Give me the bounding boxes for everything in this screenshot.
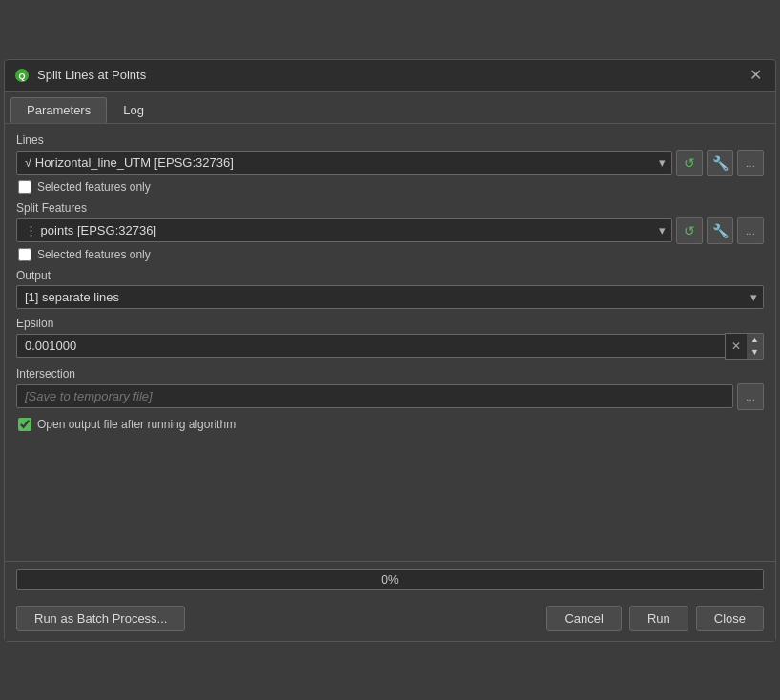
- tab-log[interactable]: Log: [107, 97, 160, 123]
- intersection-dots-button[interactable]: …: [737, 383, 764, 410]
- output-field-group: Output [1] separate lines: [16, 269, 764, 309]
- split-input-row: ⋮ points [EPSG:32736] ↺ 🔧 …: [16, 217, 764, 244]
- epsilon-spin-up-button[interactable]: ▲: [747, 334, 763, 346]
- batch-process-button[interactable]: Run as Batch Process...: [16, 606, 185, 631]
- spin-down-icon: ▼: [750, 348, 759, 357]
- lines-field-group: Lines √ Horizontal_line_UTM [EPSG:32736]…: [16, 134, 764, 194]
- action-buttons: Cancel Run Close: [546, 606, 764, 631]
- output-select[interactable]: [1] separate lines: [17, 286, 763, 308]
- intersection-input[interactable]: [16, 384, 733, 408]
- split-label: Split Features: [16, 201, 764, 215]
- bottom-bar: Run as Batch Process... Cancel Run Close: [5, 598, 775, 641]
- dialog-title: Split Lines at Points: [37, 68, 146, 82]
- split-selected-checkbox[interactable]: [18, 248, 31, 261]
- epsilon-field-group: Epsilon ✕ ▲ ▼: [16, 317, 764, 360]
- tabs-bar: Parameters Log: [5, 92, 775, 124]
- title-bar-left: Q Split Lines at Points: [14, 68, 146, 83]
- spin-up-icon: ▲: [750, 336, 759, 344]
- epsilon-label: Epsilon: [16, 317, 764, 330]
- title-bar: Q Split Lines at Points ✕: [5, 60, 775, 92]
- run-button[interactable]: Run: [629, 606, 688, 631]
- lines-select[interactable]: √ Horizontal_line_UTM [EPSG:32736]: [17, 152, 671, 174]
- lines-wrench-icon: 🔧: [712, 155, 729, 171]
- output-label: Output: [16, 269, 764, 282]
- epsilon-input[interactable]: [16, 334, 725, 358]
- lines-dots-button[interactable]: …: [737, 150, 764, 176]
- epsilon-input-row: ✕ ▲ ▼: [16, 333, 764, 360]
- output-combo[interactable]: [1] separate lines: [16, 285, 764, 309]
- lines-checkbox-row: Selected features only: [18, 180, 764, 194]
- split-refresh-icon: ↺: [684, 223, 695, 238]
- split-select[interactable]: ⋮ points [EPSG:32736]: [17, 219, 671, 241]
- open-output-checkbox-row: Open output file after running algorithm: [18, 418, 764, 431]
- split-selected-label: Selected features only: [37, 248, 151, 261]
- spacer: [16, 437, 764, 551]
- epsilon-spinner: ▲ ▼: [747, 333, 764, 360]
- intersection-input-row: …: [16, 383, 764, 410]
- split-combo[interactable]: ⋮ points [EPSG:32736]: [16, 218, 672, 242]
- split-dots-button[interactable]: …: [737, 217, 764, 244]
- split-checkbox-row: Selected features only: [18, 248, 764, 261]
- lines-refresh-icon: ↺: [684, 155, 695, 171]
- close-button[interactable]: Close: [696, 606, 764, 631]
- lines-label: Lines: [16, 134, 764, 147]
- split-wrench-icon: 🔧: [712, 223, 729, 238]
- open-output-label: Open output file after running algorithm: [37, 418, 236, 431]
- intersection-label: Intersection: [16, 367, 764, 381]
- intersection-dots-icon: …: [746, 391, 756, 402]
- epsilon-spin-down-button[interactable]: ▼: [747, 346, 763, 359]
- split-refresh-button[interactable]: ↺: [676, 217, 703, 244]
- qgis-logo-icon: Q: [14, 68, 30, 83]
- parameters-content: Lines √ Horizontal_line_UTM [EPSG:32736]…: [5, 124, 775, 561]
- intersection-field-group: Intersection …: [16, 367, 764, 410]
- epsilon-clear-button[interactable]: ✕: [725, 333, 747, 360]
- split-field-group: Split Features ⋮ points [EPSG:32736] ↺ 🔧…: [16, 201, 764, 261]
- lines-input-row: √ Horizontal_line_UTM [EPSG:32736] ↺ 🔧 …: [16, 150, 764, 176]
- window-close-button[interactable]: ✕: [746, 66, 766, 85]
- lines-combo[interactable]: √ Horizontal_line_UTM [EPSG:32736]: [16, 151, 672, 175]
- lines-selected-label: Selected features only: [37, 180, 151, 194]
- split-dots-icon: …: [746, 225, 756, 237]
- svg-text:Q: Q: [18, 72, 25, 81]
- open-output-checkbox[interactable]: [18, 418, 31, 431]
- split-wrench-button[interactable]: 🔧: [707, 217, 733, 244]
- tab-parameters[interactable]: Parameters: [10, 97, 107, 123]
- split-lines-dialog: Q Split Lines at Points ✕ Parameters Log…: [4, 59, 776, 642]
- progress-area: 0%: [5, 561, 775, 598]
- progress-bar: 0%: [16, 569, 764, 590]
- lines-dots-icon: …: [746, 157, 756, 169]
- epsilon-clear-icon: ✕: [731, 340, 741, 353]
- lines-refresh-button[interactable]: ↺: [676, 150, 703, 176]
- cancel-button[interactable]: Cancel: [546, 606, 621, 631]
- lines-wrench-button[interactable]: 🔧: [707, 150, 733, 176]
- lines-selected-checkbox[interactable]: [18, 180, 31, 194]
- progress-label: 0%: [381, 573, 398, 587]
